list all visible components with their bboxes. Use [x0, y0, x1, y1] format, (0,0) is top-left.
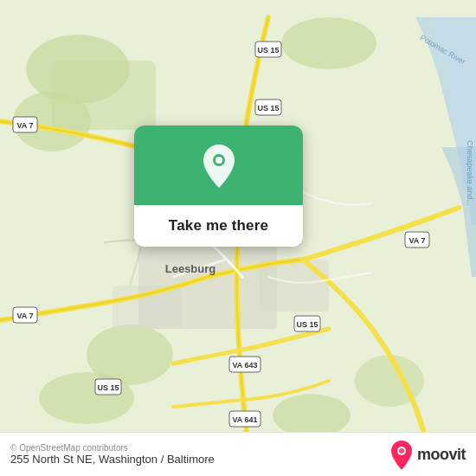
svg-text:US 15: US 15 [257, 104, 279, 113]
location-pin-icon [198, 145, 240, 186]
svg-rect-11 [260, 260, 329, 312]
svg-text:VA 643: VA 643 [232, 361, 257, 370]
moovit-wordmark: moovit [417, 446, 466, 464]
svg-text:Leesburg: Leesburg [165, 262, 216, 275]
footer: © OpenStreetMap contributors 255 North S… [0, 432, 476, 476]
moovit-pin-icon [389, 440, 414, 469]
svg-rect-8 [52, 61, 156, 130]
footer-left: © OpenStreetMap contributors 255 North S… [10, 443, 215, 466]
osm-credit: © OpenStreetMap contributors [10, 443, 215, 453]
svg-text:US 15: US 15 [257, 46, 279, 55]
svg-text:Chesapeake and...: Chesapeake and... [466, 140, 474, 206]
svg-point-3 [281, 17, 376, 69]
popup-card-top [134, 125, 303, 205]
take-me-there-button[interactable]: Take me there [153, 205, 284, 247]
svg-point-37 [215, 157, 222, 164]
svg-point-6 [273, 394, 351, 437]
svg-text:VA 7: VA 7 [408, 236, 425, 245]
svg-text:VA 7: VA 7 [16, 121, 33, 130]
svg-text:VA 641: VA 641 [232, 415, 257, 424]
svg-point-39 [399, 448, 404, 453]
moovit-logo[interactable]: moovit [389, 440, 466, 469]
popup-card: Take me there [134, 125, 303, 247]
svg-text:US 15: US 15 [296, 320, 318, 329]
svg-text:US 15: US 15 [97, 383, 119, 392]
map-container: US 15 US 15 US 15 VA 7 VA 7 VA 7 VA 7 US… [0, 0, 476, 476]
svg-text:VA 7: VA 7 [16, 312, 33, 320]
address-text: 255 North St NE, Washington / Baltimore [10, 453, 215, 466]
